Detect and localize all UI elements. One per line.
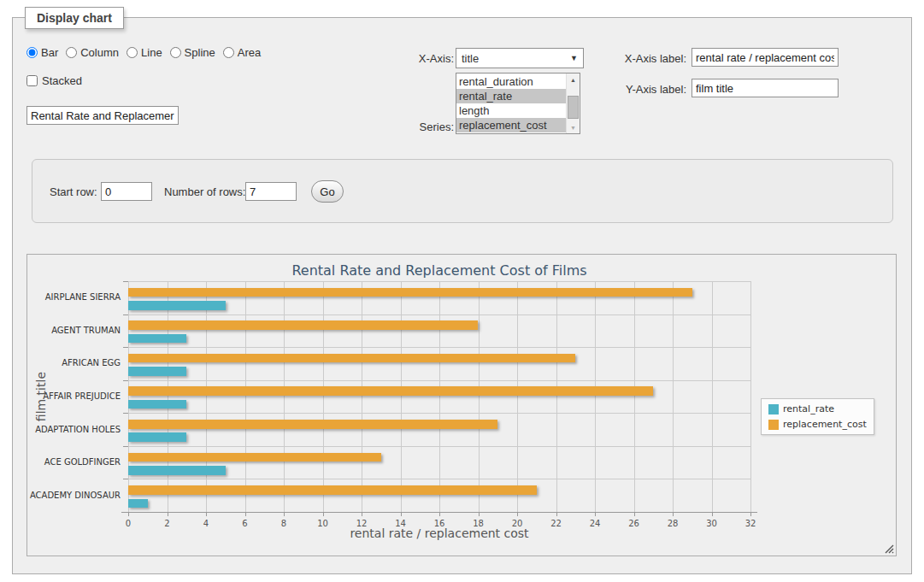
x-axis-label-input[interactable] <box>692 48 839 67</box>
x-axis-tick <box>284 513 285 516</box>
y-axis-tick <box>123 479 128 479</box>
bar-replacement_cost-6[interactable] <box>128 453 381 462</box>
chart-type-label: Bar <box>41 46 58 59</box>
x-axis-tick <box>750 513 751 516</box>
series-scrollbar[interactable]: ▲ ▼ <box>566 73 580 133</box>
bar-replacement_cost-2[interactable] <box>128 320 478 330</box>
gridline-horizontal <box>128 479 750 479</box>
category-label: AFRICAN EGG <box>1 358 121 368</box>
x-axis-title: rental rate / replacement cost <box>128 526 750 540</box>
scroll-down-icon[interactable]: ▼ <box>567 121 580 133</box>
y-axis-tick <box>123 380 128 381</box>
gridline-vertical <box>401 281 402 512</box>
x-axis-tick <box>673 513 674 516</box>
chart-type-label: Spline <box>185 46 215 59</box>
gridline-vertical <box>362 281 362 512</box>
row-range-panel: Start row: Number of rows: Go <box>32 159 893 223</box>
chart-type-radio-group: BarColumnLineSplineArea <box>26 46 261 59</box>
chevron-down-icon: ▼ <box>570 54 578 62</box>
series-option-replacement_cost[interactable]: replacement_cost <box>456 118 567 132</box>
series-option-rental_duration[interactable]: rental_duration <box>456 74 567 89</box>
legend-label: replacement_cost <box>783 419 867 430</box>
legend-swatch <box>768 404 779 414</box>
chart-type-radio-column[interactable] <box>66 47 77 58</box>
chart-type-option-line: Line <box>127 46 162 59</box>
gridline-vertical <box>284 281 285 512</box>
y-axis-tick <box>123 281 128 282</box>
chart-type-option-spline: Spline <box>170 46 215 59</box>
category-label: ACADEMY DINOSAUR <box>1 491 121 501</box>
bar-rental_rate-7[interactable] <box>128 499 148 509</box>
gridline-vertical <box>595 281 596 512</box>
y-axis-label-input[interactable] <box>692 79 839 97</box>
chart-type-option-column: Column <box>66 46 119 59</box>
x-axis-label-caption: X-Axis label: <box>613 52 686 65</box>
category-label: AGENT TRUMAN <box>1 326 121 336</box>
chart-type-radio-bar[interactable] <box>26 47 38 58</box>
x-axis-caption: X-Axis: <box>379 52 454 65</box>
gridline-vertical <box>245 281 246 512</box>
gridline-vertical <box>634 281 635 512</box>
chart-type-radio-spline[interactable] <box>170 47 181 58</box>
go-button[interactable]: Go <box>311 180 344 203</box>
gridline-vertical <box>712 281 713 512</box>
x-axis-tick <box>517 513 518 516</box>
bar-replacement_cost-5[interactable] <box>128 420 497 429</box>
chart-type-radio-line[interactable] <box>127 47 138 58</box>
gridline-vertical <box>479 281 480 512</box>
category-label: ADAPTATION HOLES <box>1 425 121 435</box>
bar-replacement_cost-4[interactable] <box>128 386 653 396</box>
series-option-rental_rate[interactable]: rental_rate <box>456 89 567 103</box>
legend-label: rental_rate <box>783 403 834 414</box>
series-multiselect[interactable]: rental_durationrental_ratelengthreplacem… <box>456 73 580 134</box>
chart-type-label: Column <box>80 46 119 59</box>
number-of-rows-input[interactable] <box>245 182 297 201</box>
bar-replacement_cost-7[interactable] <box>128 485 537 495</box>
legend-item-replacement_cost[interactable]: replacement_cost <box>768 419 867 430</box>
x-axis-tick <box>634 513 635 516</box>
x-axis-tick <box>168 513 168 516</box>
x-axis-select[interactable]: title ▼ <box>456 48 584 68</box>
chart-title-input[interactable] <box>26 106 179 125</box>
fieldset-legend: Display chart <box>25 7 124 29</box>
series-option-length[interactable]: length <box>456 103 567 118</box>
chart-legend: rental_ratereplacement_cost <box>761 398 874 435</box>
stacked-checkbox[interactable] <box>26 75 38 86</box>
category-label: ACE GOLDFINGER <box>1 457 121 467</box>
gridline-vertical <box>206 281 207 512</box>
gridline-horizontal <box>128 413 750 414</box>
bar-rental_rate-3[interactable] <box>128 367 186 376</box>
scrollbar-thumb[interactable] <box>568 96 579 119</box>
bar-rental_rate-5[interactable] <box>128 432 186 442</box>
x-axis-tick <box>245 513 246 516</box>
x-axis-tick <box>439 513 440 516</box>
bar-rental_rate-2[interactable] <box>128 334 186 344</box>
bar-rental_rate-4[interactable] <box>128 400 186 409</box>
gridline-horizontal <box>128 281 750 282</box>
resize-grip-icon[interactable] <box>883 543 894 554</box>
category-label: AIRPLANE SIERRA <box>1 292 121 303</box>
gridline-vertical <box>673 281 674 512</box>
x-axis-tick <box>401 513 402 516</box>
gridline-vertical <box>517 281 518 512</box>
plot-area: 02468101214161820222426283032AIRPLANE SI… <box>128 281 750 512</box>
scroll-up-icon[interactable]: ▲ <box>567 73 580 85</box>
chart-type-radio-area[interactable] <box>223 47 234 58</box>
gridline-vertical <box>323 281 324 512</box>
bar-rental_rate-6[interactable] <box>128 466 226 475</box>
bar-replacement_cost-1[interactable] <box>128 288 692 297</box>
y-axis-tick <box>123 413 128 414</box>
x-axis-tick <box>206 513 207 516</box>
x-axis-tick <box>712 513 713 516</box>
bar-replacement_cost-3[interactable] <box>128 354 575 363</box>
x-axis-line <box>121 512 757 513</box>
chart-title: Rental Rate and Replacement Cost of Film… <box>128 262 750 279</box>
chart-type-option-area: Area <box>223 46 261 59</box>
legend-item-rental_rate[interactable]: rental_rate <box>768 403 867 414</box>
bar-rental_rate-1[interactable] <box>128 301 226 310</box>
chart-container: Rental Rate and Replacement Cost of Film… <box>26 254 897 556</box>
x-axis-tick <box>323 513 324 516</box>
gridline-vertical <box>750 281 751 512</box>
x-axis-tick <box>479 513 480 516</box>
start-row-input[interactable] <box>101 182 152 201</box>
